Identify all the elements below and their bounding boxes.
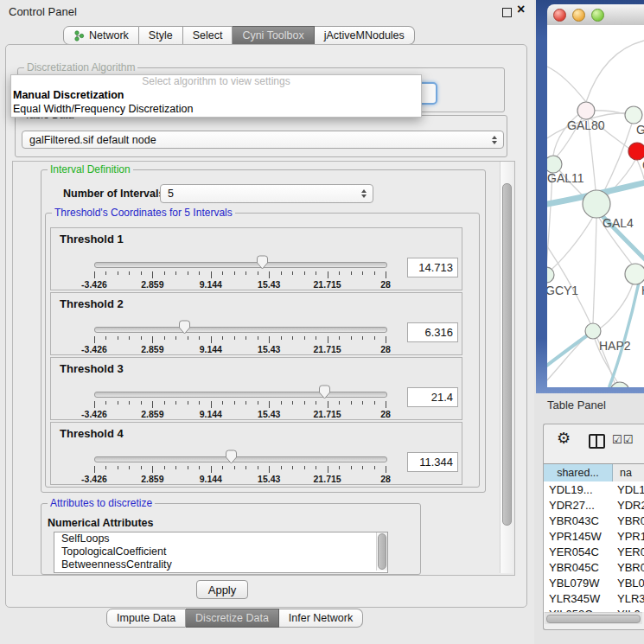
- network-node[interactable]: [610, 382, 629, 387]
- network-node[interactable]: [547, 156, 562, 173]
- threshold-value-field[interactable]: 11.344: [407, 452, 458, 472]
- table-horizontal-scrollbar[interactable]: [545, 612, 642, 624]
- gear-icon[interactable]: ⚙: [557, 430, 571, 446]
- tab-discretize-data[interactable]: Discretize Data: [186, 609, 279, 628]
- tab-network[interactable]: Network: [63, 26, 139, 45]
- algorithm-option-manual-discretization[interactable]: Manual Discretization: [11, 88, 421, 102]
- table-data-value: galFiltered.sif default node: [29, 134, 156, 146]
- network-node[interactable]: [625, 106, 642, 124]
- num-intervals-combobox[interactable]: 5: [160, 184, 373, 203]
- cell-name: YBL0: [617, 577, 644, 590]
- slider-tick-labels: -3.4262.8599.14415.4321.71528: [94, 344, 386, 354]
- slider-track[interactable]: [94, 456, 387, 462]
- algorithm-option-equal-width-frequency-discretization[interactable]: Equal Width/Frequency Discretization: [11, 102, 421, 116]
- dropdown-options: Manual DiscretizationEqual Width/Frequen…: [11, 88, 421, 116]
- cell-shared-name: YLR345W: [544, 592, 617, 605]
- tab-jactivemnodules[interactable]: jActiveMNodules: [315, 26, 415, 45]
- slider-ticks: [94, 271, 386, 279]
- window-close-icon[interactable]: [553, 9, 566, 22]
- attributes-group-title: Attributes to discretize: [48, 497, 155, 509]
- tab-label: Discretize Data: [195, 612, 269, 624]
- table-row[interactable]: YLR345WYLR3: [544, 590, 644, 606]
- column-header-name[interactable]: na: [613, 464, 644, 481]
- split-columns-icon[interactable]: [589, 434, 605, 449]
- float-window-icon[interactable]: [502, 8, 512, 17]
- table-row[interactable]: YER054CYER0: [544, 544, 644, 559]
- control-panel: Control Panel × NetworkStyleSelectCyni T…: [0, 0, 534, 644]
- slider-thumb[interactable]: [318, 385, 331, 403]
- threshold-panel-3: Threshold 3-3.4262.8599.14415.4321.71528…: [50, 357, 462, 420]
- attribute-item-selfloops[interactable]: SelfLoops: [54, 532, 387, 545]
- network-node-label: GAL11: [547, 171, 584, 185]
- checkbox-checked-icons[interactable]: ☑☑: [612, 433, 634, 446]
- apply-button[interactable]: Apply: [196, 580, 248, 599]
- network-edge-highlighted: [609, 283, 639, 386]
- network-edge: [547, 67, 586, 102]
- slider-track[interactable]: [94, 392, 387, 398]
- threshold-value-field[interactable]: 6.316: [407, 322, 458, 342]
- cell-name: YPR1: [617, 530, 644, 543]
- table-row[interactable]: YBR045CYBR0: [544, 559, 644, 575]
- numerical-attributes-label: Numerical Attributes: [48, 517, 153, 529]
- network-view-canvas[interactable]: GAL80GACGAL11GAL4GCY1HHAP2: [547, 25, 644, 387]
- attributes-list[interactable]: SelfLoopsTopologicalCoefficientBetweenne…: [54, 532, 388, 573]
- slider-track[interactable]: [94, 262, 387, 268]
- algorithm-dropdown-popup: Select algorithm to view settings Manual…: [10, 74, 422, 118]
- network-node[interactable]: [577, 102, 595, 119]
- tab-select[interactable]: Select: [183, 26, 233, 45]
- table-data-combobox[interactable]: galFiltered.sif default node: [22, 131, 504, 149]
- cell-shared-name: YBR043C: [544, 514, 617, 527]
- tab-label: Cyni Toolbox: [242, 29, 303, 41]
- table-row[interactable]: YBR043CYBR0: [544, 513, 644, 528]
- table-rows: YDL19...YDL1YDR27...YDR2YBR043CYBR0YPR14…: [544, 481, 644, 612]
- slider-thumb[interactable]: [225, 450, 238, 468]
- network-edge: [586, 41, 644, 102]
- window-minimize-icon[interactable]: [572, 9, 585, 22]
- attribute-item-topologicalcoefficient[interactable]: TopologicalCoefficient: [54, 545, 387, 558]
- num-intervals-label: Number of Intervals: [63, 188, 164, 200]
- network-node-label: GCY1: [547, 284, 578, 297]
- window-zoom-icon[interactable]: [591, 9, 604, 22]
- network-node[interactable]: [583, 190, 610, 218]
- table-row[interactable]: YDR27...YDR2: [544, 497, 644, 513]
- tab-cyni-toolbox[interactable]: Cyni Toolbox: [233, 26, 314, 45]
- network-node[interactable]: [585, 323, 601, 339]
- cell-name: YDL1: [617, 483, 644, 496]
- column-header-shared[interactable]: shared...: [544, 464, 613, 481]
- algorithm-group-title: Discretization Algorithm: [24, 61, 137, 73]
- threshold-label: Threshold 1: [60, 233, 124, 245]
- network-node[interactable]: [547, 267, 554, 283]
- attribute-item-betweennesscentrality[interactable]: BetweennessCentrality: [54, 558, 387, 571]
- slider-tick-labels: -3.4262.8599.14415.4321.71528: [94, 409, 386, 418]
- threshold-value-field[interactable]: 21.4: [407, 387, 458, 407]
- table-row[interactable]: YDL19...YDL1: [544, 481, 644, 497]
- tab-label: Select: [193, 29, 223, 41]
- scrollbar-thumb[interactable]: [502, 183, 512, 526]
- scrollbar-thumb[interactable]: [378, 533, 386, 570]
- threshold-panel-1: Threshold 1-3.4262.8599.14415.4321.71528…: [50, 227, 462, 290]
- slider-thumb[interactable]: [256, 255, 269, 273]
- top-tab-bar: NetworkStyleSelectCyni ToolboxjActiveMNo…: [63, 26, 415, 45]
- network-window-titlebar[interactable]: [547, 4, 644, 26]
- tab-impute-data[interactable]: Impute Data: [106, 609, 186, 628]
- attributes-list-scrollbar[interactable]: [376, 532, 387, 571]
- network-node[interactable]: [628, 143, 644, 160]
- tab-infer-network[interactable]: Infer Network: [279, 609, 363, 628]
- threshold-value-field[interactable]: 14.713: [407, 258, 458, 277]
- table-row[interactable]: YIL052CYIL0: [544, 606, 644, 612]
- network-node[interactable]: [625, 264, 644, 284]
- table-row[interactable]: YBL079WYBL0: [544, 575, 644, 590]
- cell-shared-name: YBR045C: [544, 561, 617, 574]
- cell-name: YDR2: [617, 499, 644, 512]
- tab-style[interactable]: Style: [139, 26, 183, 45]
- tab-label: jActiveMNodules: [324, 29, 405, 41]
- slider-track[interactable]: [94, 327, 387, 333]
- scrollbar-thumb[interactable]: [546, 615, 641, 623]
- cell-shared-name: YDR27...: [544, 499, 617, 512]
- slider-thumb[interactable]: [178, 320, 191, 338]
- combo-stepper-icon: [361, 189, 367, 198]
- table-row[interactable]: YPR145WYPR1: [544, 528, 644, 544]
- vertical-scrollbar[interactable]: [500, 162, 513, 573]
- close-icon[interactable]: ×: [517, 2, 525, 17]
- network-graph: GAL80GACGAL11GAL4GCY1HHAP2: [547, 25, 644, 387]
